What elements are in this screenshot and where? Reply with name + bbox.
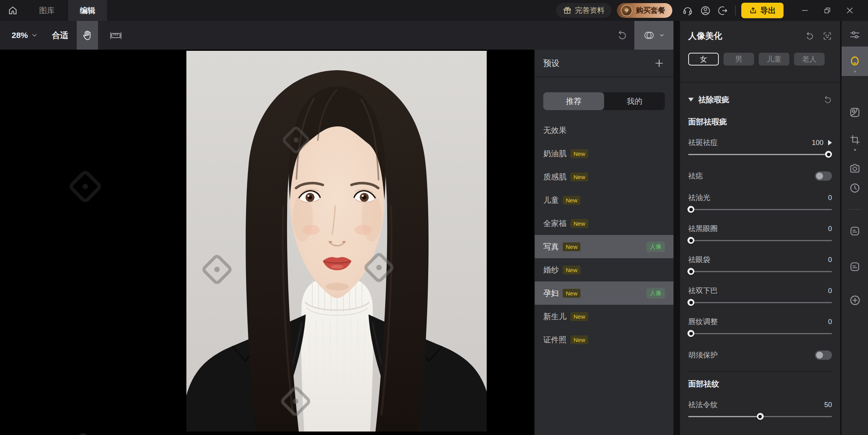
preset-item[interactable]: 新生儿 New [535, 305, 673, 328]
account-button[interactable] [696, 2, 714, 19]
logout-button[interactable] [714, 2, 732, 19]
preset-item-label: 写真 [543, 242, 559, 252]
compare-dropdown[interactable] [634, 21, 673, 50]
slider[interactable] [688, 330, 832, 337]
slider-handle[interactable] [757, 413, 764, 420]
fit-to-screen-button[interactable]: 合适 [52, 30, 68, 41]
history-tool-button[interactable] [842, 177, 868, 199]
slider-row: 祛眼袋 0 [688, 250, 832, 281]
new-badge: New [563, 242, 580, 251]
slider-track[interactable] [688, 302, 832, 303]
slider-track[interactable] [688, 209, 832, 210]
topbar-right-cluster: 完善资料 购买套餐 导出 [556, 0, 868, 21]
group-heading: 面部祛纹 [688, 379, 832, 390]
slider-handle[interactable] [687, 330, 694, 337]
section-title: 祛除瑕疵 [698, 95, 729, 105]
preset-item[interactable]: 质感肌 New [535, 165, 673, 188]
reset-panel-button[interactable] [805, 31, 814, 41]
slider[interactable] [688, 237, 832, 244]
preset-item[interactable]: 无效果 [535, 119, 673, 142]
slider[interactable] [688, 206, 832, 213]
slider[interactable] [688, 413, 832, 420]
preset-tab[interactable]: 我的 [604, 92, 665, 110]
preset-item[interactable]: 证件照 New [535, 328, 673, 351]
ruler-tool-button[interactable] [105, 21, 126, 50]
compare-icon [643, 29, 655, 41]
slider[interactable] [688, 268, 832, 275]
gender-button[interactable]: 女 [688, 53, 719, 66]
toggle-row: 祛痣 [688, 164, 832, 188]
tab-gallery[interactable]: 图库 [26, 0, 68, 21]
panel-lines-icon [849, 225, 861, 237]
toggle-switch[interactable] [815, 350, 832, 360]
new-badge: New [570, 312, 588, 321]
filter-tool-button[interactable] [842, 102, 868, 123]
home-button[interactable] [0, 0, 26, 21]
filter-image-icon [849, 107, 861, 118]
slider[interactable] [688, 151, 832, 158]
topbar: 图库 编辑 完善资料 购买套餐 [0, 0, 868, 21]
expand-arrow-icon[interactable] [828, 140, 832, 145]
gender-button[interactable]: 老人 [794, 53, 825, 66]
canvas-area[interactable] [0, 50, 534, 435]
rail-divider [849, 167, 861, 168]
face-detect-button[interactable] [823, 31, 832, 41]
panel-layout-button-2[interactable] [842, 256, 868, 278]
toggle-switch[interactable] [815, 171, 832, 181]
preset-item[interactable]: 全家福 New [535, 212, 673, 235]
complete-profile-pill[interactable]: 完善资料 [556, 3, 611, 18]
camera-tool-button[interactable] [842, 157, 868, 179]
close-button[interactable] [839, 0, 861, 21]
reset-icon [805, 31, 814, 41]
preset-item[interactable]: 孕妇 New 人像 [535, 281, 673, 305]
slider-track[interactable] [688, 271, 832, 272]
control-label: 祛黑眼圈 [688, 224, 718, 234]
close-icon [845, 6, 854, 15]
blemish-section-header[interactable]: 祛除瑕疵 [688, 83, 832, 117]
gift-icon [563, 6, 572, 15]
gender-button[interactable]: 男 [723, 53, 754, 66]
restore-button[interactable] [816, 0, 839, 21]
slider-handle[interactable] [687, 206, 694, 213]
export-button[interactable]: 导出 [741, 3, 784, 18]
add-preset-button[interactable] [654, 58, 664, 68]
section-reset-button[interactable] [823, 95, 832, 104]
minimize-button[interactable] [794, 0, 816, 21]
preset-item[interactable]: 儿童 New [535, 188, 673, 212]
buy-plan-pill[interactable]: 购买套餐 [617, 3, 672, 18]
undo-button[interactable] [610, 21, 634, 50]
tab-edit[interactable]: 编辑 [68, 0, 107, 21]
slider-handle[interactable] [825, 151, 832, 158]
slider-track[interactable] [688, 240, 832, 241]
preset-item[interactable]: 奶油肌 New [535, 142, 673, 165]
logout-icon [718, 5, 728, 16]
hand-tool-button[interactable] [77, 21, 98, 50]
slider-handle[interactable] [687, 299, 694, 306]
preset-title: 预设 [543, 58, 560, 69]
right-tool-rail [842, 21, 868, 435]
headset-icon [682, 5, 693, 16]
face-scan-icon [823, 31, 832, 41]
slider[interactable] [688, 299, 832, 306]
panel-layout-button[interactable] [842, 220, 868, 242]
gender-button[interactable]: 儿童 [759, 53, 789, 66]
slider-handle[interactable] [687, 237, 694, 244]
support-button[interactable] [679, 2, 696, 19]
slider-track[interactable] [688, 333, 832, 334]
add-panel-button[interactable] [842, 289, 868, 311]
adjustments-tool-button[interactable] [842, 24, 868, 46]
new-badge: New [570, 335, 588, 344]
preset-panel: 预设 推荐我的 无效果 奶油肌 New 质感肌 New 儿童 New 全家福 N… [535, 50, 673, 435]
group-heading: 面部祛瑕疵 [688, 117, 832, 128]
slider-track[interactable] [688, 154, 832, 155]
zoom-level-dropdown[interactable]: 28% [12, 31, 38, 40]
preset-item-label: 全家福 [543, 218, 567, 229]
crop-tool-button[interactable] [842, 129, 868, 150]
slider-row: 祛黑眼圈 0 [688, 219, 832, 250]
preset-item[interactable]: 写真 New 人像 [535, 235, 673, 258]
crop-icon [849, 134, 861, 145]
preset-item[interactable]: 婚纱 New [535, 258, 673, 281]
portrait-tool-button-active[interactable] [842, 47, 868, 76]
slider-handle[interactable] [687, 268, 694, 275]
preset-tab[interactable]: 推荐 [543, 92, 604, 110]
